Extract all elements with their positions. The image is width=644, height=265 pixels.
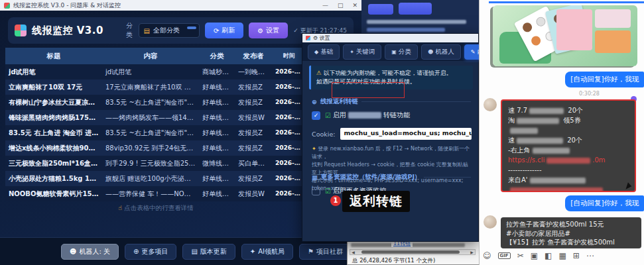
table-row[interactable]: 83.5元 右上角进 淘金币 进足迹拍 有...83.5元 ~右上角进"淘金币"… [5,125,306,140]
background-window-fragment [361,0,479,34]
dialog-tabs: ◆基础✦关键词▣分类☻机器人✎内测 [302,42,478,61]
message-line: 【¥15】拉芳 鱼子酱膏护发梳500ml [506,238,636,247]
tab-icon: ◆ [314,49,318,55]
screenshot-scissors-icon[interactable]: ✂ [517,251,524,260]
select-indicator [187,26,196,29]
avatar[interactable] [483,98,497,111]
chat-window: [自动回复]你好，我现 0:30:28 速 7.7 20个淘 领5券速 20个-… [479,0,644,265]
resource-checkbox[interactable] [312,187,320,195]
refresh-button[interactable]: ⟳ 刷新 [205,23,243,38]
table-cell: ——营养保健 车！——NOOBO ... [102,186,199,201]
table-row[interactable]: 锋味派黑猪肉烤肉烤肠175g 任选5件...——烤肉烤肠发车——领140-60补… [5,110,306,125]
screen-share-icon[interactable]: ⊞ [573,251,580,260]
table-row[interactable]: NOOBO氨糖软骨素钙片150粒*2瓶3...——营养保健 车！——NOOBO … [5,186,306,201]
window-titlebar: 线报监控系统 V3.0 - 问题库 & 对话监控 — □ ✕ [0,0,361,11]
footer-button-AI领航局[interactable]: ✦AI领航局 [241,244,293,260]
category-value: 全部分类 [153,26,180,35]
avatar[interactable] [483,215,497,229]
footer-button-icon: ✦ [250,248,255,255]
table-row[interactable]: 有棵树山宁参冰丝大豆夏凉被 83.5元83.5元 ~右上角进"淘金币"进足迹..… [5,95,306,110]
app-icon [4,3,10,9]
scroll-right-icon[interactable]: ▶ [469,250,475,254]
category-icon: ▤ [143,27,149,34]
window-title: 线报监控系统 V3.0 - 问题库 & 对话监控 [13,1,121,10]
table-cell: 发报员Z [235,171,272,186]
annotation-rectangle [332,82,405,98]
tab-分类[interactable]: ▣分类 [385,44,418,60]
package-icon: ▦ [312,174,318,181]
blurred-link-text [367,28,445,32]
table-cell: 好单线报-... [199,125,235,140]
deal-message-bubble[interactable]: 速 7.7 20个淘 领5券速 20个-右上角https://s.cli.0m-… [501,99,636,192]
table-cell: 好单线报-... [199,186,235,201]
minimize-button[interactable]: — [322,2,328,9]
more-icon[interactable]: ⋯ [586,251,594,260]
table-cell: 发报员Z [235,125,272,140]
deal-message-bubble[interactable]: 拉芳鱼子酱膏护发梳500ml 15元#小卖部の家居用品#【¥15】拉芳 鱼子酱膏… [501,217,641,248]
table-row[interactable]: 立南爽船袜了10双 17元17元立南爽船袜了共10双 秋季锤后石...好单线报-… [5,80,306,95]
table-cell: 88vip30.92元 到手24包无敌舒4.48... [102,140,199,156]
picture-icon[interactable]: ◧ [545,251,552,260]
table-row[interactable]: 小壳泌尿处方猫粮1.5kg 139元旗舰店 赠送吃100g小壳泌尿处方猫粮...… [5,171,306,186]
table-cell: 发报员Z [235,140,272,156]
footer-button-机器人: 关[interactable]: ☻机器人: 关 [61,244,119,260]
table-cell: 好单线报-... [199,80,235,95]
table-cell: 旗舰店 赠送吃100g小壳泌尿处方猫粮... [102,171,199,186]
resource-section-header: ▦ 更多资源监控（软件/资源/游戏PJ） [312,173,471,182]
table-cell: 有棵树山宁参冰丝大豆夏凉被 83.5元 [5,95,102,110]
message-line [508,125,629,135]
refresh-icon: ⟳ [214,27,219,34]
table-header-row: 标题内容分类发布者时间 [5,48,306,64]
background-button[interactable] [399,3,432,15]
message-line: 拉芳鱼子酱膏护发梳500ml 15元 [506,220,636,229]
table-cell: 立南爽船袜了10双 17元 [5,80,102,95]
category-label: 分类 [126,21,134,40]
emoji-icon[interactable]: ☺ [483,251,491,260]
product-image[interactable] [493,5,637,66]
column-header: 内容 [102,48,199,64]
tab-icon: ✦ [350,49,354,55]
message-line: 来自A' [508,175,629,185]
table-cell: 小壳泌尿处方猫粮1.5kg 139元 [5,171,102,186]
settings-button[interactable]: ⚙ 设置 [249,23,288,38]
close-button[interactable]: ✕ [352,2,357,9]
annotation-badge: 1 [330,195,341,206]
message-line: #小卖部の家居用品# [506,229,636,238]
scroll-left-icon[interactable]: ◀ [350,250,356,254]
gif-icon[interactable]: GIF [498,252,511,259]
rebate-checkbox[interactable]: ✓ [312,111,320,120]
table-hint: ☝ 点击表格中的行查看详情 [5,204,306,213]
table-row[interactable]: jd试用笔jd试用笔商城秒杀...一到晚上就...2026-04-22 21:2 [5,64,306,80]
auto-reply-bubble: [自动回复]你好，我现 [565,72,644,87]
scrollbar-thumb[interactable] [361,250,460,254]
footer-button-icon: ☻ [70,248,76,255]
cut-bubble-edge [489,1,644,3]
background-button[interactable] [368,4,393,15]
blurred-text [367,20,466,24]
maximize-button[interactable]: □ [338,2,344,9]
footer-button-更多项目[interactable]: ⊕更多项目 [125,244,176,260]
file-status-text: 总 26,428,426 字节(11 个文件) [352,257,435,265]
tab-关键词[interactable]: ✦关键词 [343,44,381,60]
table-cell: 好单线报-... [199,110,235,125]
message-line: 速 20个 [508,135,629,145]
image-icon[interactable]: ▦ [558,251,566,260]
dialog-title: ⚙ 设置 [313,34,330,42]
message-line: 淘 领5券 [508,115,629,125]
footer-button-版本更新[interactable]: ▤版本更新 [182,244,235,260]
footer-button-icon: ⚑ [308,248,314,255]
category-select[interactable]: ▤ 全部分类 [139,23,199,38]
file-window-fragment: 11转链 ◀ ▶ 总 26,428,426 字节(11 个文件) [347,240,480,265]
message-line: -右上角 [508,145,629,155]
table-row[interactable]: 增达x线条小狗棉柔软抽90抽24包 ...88vip30.92元 到手24包无敌… [5,140,306,156]
tab-机器人[interactable]: ☻机器人 [421,44,461,60]
tab-基础[interactable]: ◆基础 [308,44,340,60]
column-header: 发布者 [235,48,272,64]
cookie-input[interactable]: mochu_us_load=mochu_us; mochu_us_notice [340,128,472,140]
horizontal-scrollbar[interactable]: ◀ ▶ [350,249,476,255]
footer-button-项目社群[interactable]: ⚑项目社群 [299,244,352,260]
folder-icon[interactable]: ▣ [531,251,538,260]
table-row[interactable]: 三元极致全脂250ml*16盒纯牛奶 29....到手29.9 ! 三元极致全脂… [5,156,306,171]
dialog-icon [306,36,310,40]
chat-timestamp: 0:30:28 [579,91,600,97]
